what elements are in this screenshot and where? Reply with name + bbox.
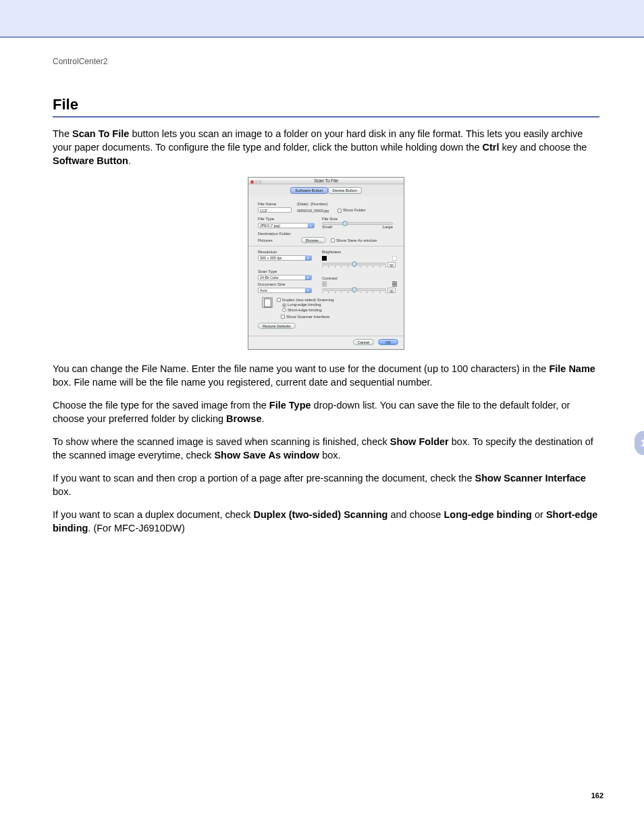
tab-device-button[interactable]: Device Button <box>328 187 362 194</box>
scan-to-file-bold: Scan To File <box>72 128 129 139</box>
brightness-slider[interactable] <box>322 263 386 265</box>
short-edge-radio[interactable] <box>282 308 286 312</box>
document-size-value: Auto <box>260 288 267 292</box>
show-scanner-interface-checkbox[interactable] <box>281 315 285 319</box>
date-label: (Date) <box>297 202 308 206</box>
show-save-as-checkbox[interactable] <box>331 238 335 242</box>
show-scanner-interface-bold: Show Scanner Interface <box>475 473 586 484</box>
contrast-value[interactable]: 50 <box>387 288 396 293</box>
close-icon[interactable] <box>250 180 254 184</box>
show-save-as-label: Show Save As window <box>336 238 377 242</box>
breadcrumb: ControlCenter2 <box>53 57 599 66</box>
ctrl-bold: Ctrl <box>483 142 500 153</box>
tab-software-button[interactable]: Software Button <box>290 187 327 194</box>
text: The <box>53 128 72 139</box>
text: To show where the scanned image is saved… <box>53 436 390 447</box>
resolution-value: 300 x 300 dpi <box>260 256 281 260</box>
page-number: 162 <box>53 791 603 800</box>
contrast-low-icon <box>322 282 327 286</box>
text: Choose the file type for the saved image… <box>53 400 269 411</box>
file-type-value: JPEG (*.jpg) <box>260 224 280 228</box>
text: and choose <box>387 509 444 520</box>
chapter-tab: 10 <box>635 431 644 455</box>
duplex-icon <box>262 297 273 308</box>
long-edge-label: Long-edge binding <box>288 303 321 307</box>
destination-folder-value: Pictures <box>258 238 273 242</box>
text: or <box>532 509 546 520</box>
show-save-as-bold: Show Save As window <box>214 450 319 461</box>
page-content: ControlCenter2 File The Scan To File but… <box>0 38 644 834</box>
small-label: Small <box>322 225 332 229</box>
ok-button[interactable]: OK <box>378 339 398 345</box>
paragraph-show-folder: To show where the scanned image is saved… <box>53 435 599 462</box>
text: If you want to scan and then crop a port… <box>53 473 475 484</box>
show-folder-checkbox[interactable] <box>338 209 342 213</box>
show-folder-label: Show Folder <box>343 208 366 212</box>
document-size-select[interactable]: Auto▾ <box>258 288 312 293</box>
duplex-label: Duplex (two-sided) Scanning <box>282 298 334 302</box>
cancel-button[interactable]: Cancel <box>353 339 374 345</box>
file-name-label: File Name <box>258 202 297 206</box>
contrast-slider[interactable] <box>322 288 386 291</box>
number-label: (Number) <box>311 202 327 206</box>
text: box. File name will be the file name you… <box>53 377 433 388</box>
file-name-bold: File Name <box>549 363 595 374</box>
chevron-down-icon: ▾ <box>305 288 311 293</box>
destination-folder-label: Destination Folder <box>258 232 291 236</box>
text: box. <box>53 486 71 497</box>
text: . (For MFC-J6910DW) <box>88 523 184 533</box>
show-folder-bold: Show Folder <box>390 436 449 447</box>
intro-paragraph: The Scan To File button lets you scan an… <box>53 127 599 167</box>
paragraph-scanner-interface: If you want to scan and then crop a port… <box>53 471 599 498</box>
software-button-bold: Software Button <box>53 155 128 166</box>
paragraph-filetype: Choose the file type for the saved image… <box>53 398 599 425</box>
duplex-bold: Duplex (two-sided) Scanning <box>253 509 387 520</box>
filename-preview: 06092010_00000.jpg <box>297 209 329 213</box>
file-type-select[interactable]: JPEG (*.jpg)▾ <box>258 223 315 228</box>
paragraph-filename: You can change the File Name. Enter the … <box>53 362 599 389</box>
file-size-label: File Size <box>322 217 338 221</box>
file-size-slider[interactable] <box>322 222 393 225</box>
browse-bold: Browse <box>226 413 261 424</box>
scan-type-select[interactable]: 24 Bit Color▾ <box>258 275 312 280</box>
dialog-screenshot: Scan To File Software ButtonDevice Butto… <box>248 177 404 350</box>
dialog-body: File Name (Date) (Number) CCF 06092010_0… <box>248 196 404 336</box>
header-band <box>0 0 644 38</box>
contrast-high-icon <box>392 282 397 286</box>
brightness-label: Brightness <box>322 250 341 254</box>
brightness-dark-icon <box>322 256 327 261</box>
chevron-down-icon: ▾ <box>305 255 311 261</box>
text: . <box>128 155 131 166</box>
brightness-light-icon <box>392 256 397 261</box>
text: box. <box>319 450 340 461</box>
restore-defaults-button[interactable]: Restore Defaults <box>258 323 296 329</box>
brightness-value[interactable]: 50 <box>387 262 396 267</box>
document-size-label: Document Size <box>258 282 286 286</box>
long-edge-radio[interactable] <box>282 303 286 307</box>
scan-to-file-dialog: Scan To File Software ButtonDevice Butto… <box>248 177 404 350</box>
file-name-input[interactable]: CCF <box>258 207 292 213</box>
zoom-icon[interactable] <box>259 180 262 184</box>
duplex-checkbox[interactable] <box>277 298 281 302</box>
paragraph-duplex: If you want to scan a duplex document, c… <box>53 508 599 535</box>
text: If you want to scan a duplex document, c… <box>53 509 253 520</box>
dialog-titlebar: Scan To File <box>248 178 404 184</box>
dialog-footer: Cancel OK <box>248 336 404 349</box>
dialog-title: Scan To File <box>314 178 338 183</box>
scan-type-label: Scan Type <box>258 269 277 273</box>
text: You can change the File Name. Enter the … <box>53 363 549 374</box>
tab-row: Software ButtonDevice Button <box>248 184 404 196</box>
minimize-icon[interactable] <box>254 180 258 184</box>
text: key and choose the <box>500 142 587 153</box>
section-heading: File <box>53 96 599 118</box>
text: . <box>262 413 265 424</box>
long-edge-bold: Long-edge binding <box>444 509 531 520</box>
window-controls[interactable] <box>250 179 263 186</box>
file-type-label: File Type <box>258 217 274 221</box>
browse-button[interactable]: Browse... <box>301 237 326 243</box>
resolution-select[interactable]: 300 x 300 dpi▾ <box>258 255 312 261</box>
chevron-down-icon: ▾ <box>308 223 314 228</box>
contrast-label: Contrast <box>322 276 338 280</box>
scan-type-value: 24 Bit Color <box>260 276 279 280</box>
chevron-down-icon: ▾ <box>305 275 311 280</box>
